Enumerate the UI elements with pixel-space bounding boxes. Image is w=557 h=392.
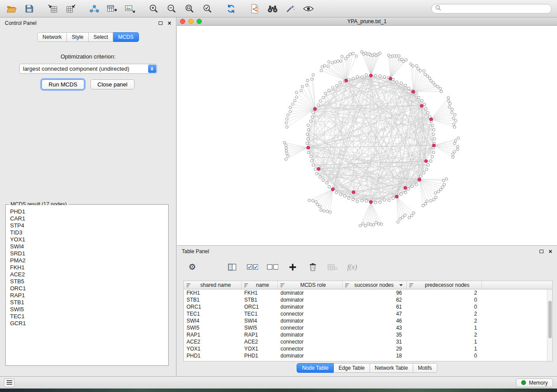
memory-button[interactable]: Memory [516,378,553,387]
table-row[interactable]: RAP1RAP1dominator352 [184,331,552,338]
mcds-result-item[interactable]: SRD1 [10,250,164,257]
export-table-icon[interactable] [106,3,118,15]
mcds-result-item[interactable]: STB5 [10,278,164,285]
table-cell: PHD1 [242,352,278,359]
close-panel-icon[interactable]: × [168,21,171,25]
close-window-button[interactable] [180,19,185,24]
table-row[interactable]: SWI5SWI5connector431 [184,324,552,331]
search-network-icon[interactable] [266,3,279,15]
column-header-name[interactable]: name [242,281,278,289]
table-row[interactable]: STB1STB1dominator620 [184,296,552,303]
table-cell: SWI5 [184,324,242,331]
graphics-details-icon[interactable] [284,3,297,15]
mcds-result-item[interactable]: RAP1 [10,292,164,299]
tab-network[interactable]: Network [37,32,67,42]
mcds-result-item[interactable]: SWI4 [10,243,164,250]
save-session-icon[interactable] [23,3,35,15]
deselect-all-columns-icon[interactable] [267,261,278,273]
tab-node-table[interactable]: Node Table [297,363,334,373]
column-header-shared-name[interactable]: shared name [184,281,242,289]
scrollbar-thumb[interactable] [548,301,552,338]
tab-style[interactable]: Style [67,32,89,42]
table-row[interactable]: ACE2ACE2connector311 [184,338,552,345]
mcds-result-item[interactable]: TID3 [10,229,164,236]
table-cell: connector [278,345,343,352]
column-header-MCDS-role[interactable]: MCDS role [278,281,343,289]
table-row[interactable]: ORC1ORC1dominator610 [184,303,552,310]
function-builder-icon[interactable]: f(x) [347,263,357,271]
show-columns-icon[interactable] [227,261,238,273]
open-session-icon[interactable] [5,3,17,15]
table-scrollbar[interactable] [547,289,552,361]
table-cell: ACE2 [242,338,278,345]
mcds-result-item[interactable]: SWI5 [10,306,164,313]
maximize-window-button[interactable] [197,19,202,24]
import-table-icon[interactable] [47,3,59,15]
table-cell: connector [278,338,343,345]
mcds-result-item[interactable]: STB1 [10,299,164,306]
import-network-table-icon[interactable] [65,3,77,15]
column-header-predecessor-nodes[interactable]: predecessor nodes [407,281,482,289]
table-settings-gear-icon[interactable]: ⚙ [187,261,198,273]
mcds-result-item[interactable]: CAR1 [10,215,164,222]
mcds-result-item[interactable]: FKH1 [10,264,164,271]
eye-icon[interactable] [302,3,315,15]
share-document-icon[interactable] [249,3,261,15]
table-cell: RAP1 [184,331,242,338]
zoom-in-icon[interactable] [148,3,160,15]
table-cell: FKH1 [184,289,242,296]
control-panel-title: Control Panel [5,20,37,26]
zoom-out-icon[interactable] [166,3,178,15]
table-row[interactable]: TEC1TEC1connector472 [184,310,552,317]
tab-motifs[interactable]: Motifs [413,363,437,373]
run-mcds-button[interactable]: Run MCDS [42,79,84,89]
tab-select[interactable]: Select [89,32,113,42]
tab-edge-table[interactable]: Edge Table [334,363,370,373]
sort-icon [244,283,249,287]
network-view-window: YPA_prune.txt_1 [177,17,557,245]
mcds-result-item[interactable]: PMA2 [10,257,164,264]
export-image-icon[interactable] [124,3,136,15]
sort-icon [409,283,414,287]
tab-network-table[interactable]: Network Table [370,363,413,373]
mcds-result-item[interactable]: TEC1 [10,313,164,320]
mcds-result-item[interactable]: PHD1 [10,208,164,215]
close-table-panel-icon[interactable]: × [549,249,552,254]
zoom-fit-icon[interactable] [183,3,196,15]
create-column-plus-icon[interactable] [287,261,298,273]
table-cell: 46 [343,317,407,324]
zoom-selected-icon[interactable] [201,3,214,15]
table-row[interactable]: SWI4SWI4dominator462 [184,317,552,324]
delete-column-trash-icon[interactable] [307,261,318,273]
close-panel-button[interactable]: Close panel [90,79,135,89]
mcds-result-item[interactable]: STP4 [10,222,164,229]
table-cell: 0 [407,296,482,303]
table-row[interactable]: FKH1FKH1dominator962 [184,289,552,296]
column-header-successor-nodes[interactable]: successor nodes [343,281,407,289]
new-network-icon[interactable] [88,3,100,15]
task-list-icon[interactable] [4,378,14,387]
mcds-result-item[interactable]: GCR1 [10,320,164,327]
tab-mcds[interactable]: MCDS [113,32,138,42]
table-cell: RAP1 [242,331,278,338]
mcds-result-item[interactable]: ORC1 [10,285,164,292]
table-row[interactable]: YOX1YOX1connector291 [184,345,552,352]
table-cell: 31 [343,338,407,345]
mcds-result-item[interactable]: ACE2 [10,271,164,278]
mcds-result-item[interactable]: YOX1 [10,236,164,243]
criterion-dropdown[interactable]: largest connected component (undirected) [19,64,157,74]
memory-label: Memory [529,380,548,386]
table-row[interactable]: PHD1PHD1dominator180 [184,352,552,359]
table-cell: ORC1 [184,303,242,310]
refresh-icon[interactable] [225,3,237,15]
float-table-panel-icon[interactable] [540,250,543,253]
table-cell: TEC1 [242,310,278,317]
minimize-window-button[interactable] [188,19,194,24]
float-window-icon[interactable] [159,21,163,25]
network-canvas[interactable] [177,26,557,245]
table-cell: STB1 [184,296,242,303]
delete-table-icon-disabled[interactable] [327,261,339,273]
select-all-columns-icon[interactable] [247,261,258,273]
search-input[interactable] [443,6,548,12]
table-cell: 61 [343,303,407,310]
